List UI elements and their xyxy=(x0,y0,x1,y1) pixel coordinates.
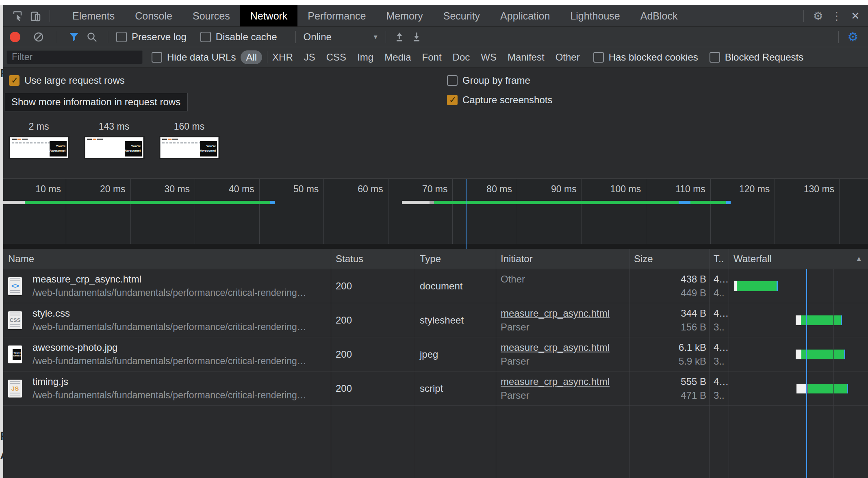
import-har-icon[interactable] xyxy=(393,31,406,43)
type-filter[interactable]: Media xyxy=(384,52,411,63)
column-separator[interactable] xyxy=(415,249,415,269)
request-row[interactable]: <> measure_crp_async.html /web-fundament… xyxy=(0,269,868,303)
type-filter[interactable]: CSS xyxy=(326,52,346,63)
type-filter[interactable]: Img xyxy=(357,52,373,63)
column-separator[interactable] xyxy=(729,249,729,269)
column-header[interactable]: T.. xyxy=(714,249,724,269)
checkbox-box[interactable] xyxy=(447,95,458,105)
panel-tab[interactable]: Performance xyxy=(297,5,376,26)
checkbox-box[interactable] xyxy=(710,52,720,63)
request-row[interactable]: JS timing.js /web-fundamentals/fundament… xyxy=(0,372,868,406)
frame-timestamp: 2 ms xyxy=(6,121,72,132)
type-filter[interactable]: Other xyxy=(556,52,580,63)
checkbox-box[interactable] xyxy=(447,75,458,86)
initiator-source: Parser xyxy=(501,354,610,368)
group-by-frame-checkbox[interactable]: Group by frame xyxy=(447,75,530,86)
timeline-overview[interactable]: 10 ms 20 ms 30 ms 40 ms 50 ms 60 ms xyxy=(0,178,868,244)
type-filter[interactable]: Manifest xyxy=(508,52,545,63)
column-header[interactable]: Size xyxy=(634,249,653,269)
gridline xyxy=(130,179,131,244)
panel-tab[interactable]: Elements xyxy=(62,5,125,26)
throttling-dropdown[interactable]: Online ▼ xyxy=(303,31,378,43)
column-header[interactable]: Name xyxy=(8,249,34,269)
column-header[interactable]: Type xyxy=(420,249,441,269)
initiator-link[interactable]: measure_crp_async.html xyxy=(501,376,610,387)
bar-segment xyxy=(430,201,434,204)
initiator-link[interactable]: measure_crp_async.html xyxy=(501,342,610,353)
panel-tab[interactable]: AdBlock xyxy=(630,5,688,26)
bar-segment xyxy=(847,384,848,393)
panel-tab[interactable]: Lighthouse xyxy=(560,5,630,26)
type-filter[interactable]: Font xyxy=(422,52,442,63)
checkbox-box[interactable] xyxy=(9,75,20,86)
settings-gear-icon[interactable]: ⚙ xyxy=(809,5,827,26)
has-blocked-cookies-checkbox[interactable]: Has blocked cookies xyxy=(593,52,698,63)
panel-tab[interactable]: Console xyxy=(125,5,182,26)
waterfall-cell xyxy=(729,303,868,337)
background-letter: A xyxy=(0,448,3,462)
checkbox-box[interactable] xyxy=(152,52,162,63)
device-toolbar-icon[interactable] xyxy=(27,5,45,26)
filter-funnel-icon[interactable] xyxy=(68,31,80,43)
type-filter-all[interactable]: All xyxy=(241,50,262,64)
frame-timestamp: 143 ms xyxy=(81,121,147,132)
capture-screenshots-checkbox[interactable]: Capture screenshots xyxy=(447,94,552,106)
sort-ascending-icon[interactable]: ▲ xyxy=(855,249,862,269)
initiator-link[interactable]: measure_crp_async.html xyxy=(501,308,610,319)
record-button[interactable] xyxy=(10,32,20,42)
export-har-icon[interactable] xyxy=(410,31,423,43)
checkbox-box[interactable] xyxy=(116,32,127,42)
checkbox-box[interactable] xyxy=(200,32,211,42)
tick-label: 50 ms xyxy=(293,184,319,195)
load-event-marker xyxy=(466,179,467,244)
filmstrip-frame[interactable]: 143 ms You'reAwesome! xyxy=(81,114,147,178)
panel-tab[interactable]: Application xyxy=(490,5,560,26)
filter-input[interactable] xyxy=(7,50,143,64)
waterfall-bar xyxy=(729,281,868,291)
panel-tab[interactable]: Sources xyxy=(182,5,240,26)
gridline xyxy=(323,179,324,244)
close-icon[interactable]: ✕ xyxy=(846,5,865,26)
request-row[interactable]: You're Awesome! awesome-photo.jpg /web-f… xyxy=(0,337,868,372)
column-header[interactable]: Waterfall xyxy=(733,249,772,269)
thumbnail-header-text xyxy=(87,139,103,140)
column-separator[interactable] xyxy=(331,249,331,269)
type-filter[interactable]: JS xyxy=(304,52,315,63)
gridline xyxy=(710,179,711,244)
preserve-log-checkbox[interactable]: Preserve log xyxy=(116,31,187,43)
type-filter[interactable]: XHR xyxy=(272,52,293,63)
column-header[interactable]: Status xyxy=(336,249,363,269)
checkbox-label: Disable cache xyxy=(216,31,277,43)
tick-label: 20 ms xyxy=(100,184,126,195)
divider xyxy=(386,31,386,43)
column-separator[interactable] xyxy=(710,249,710,269)
time-cell: 4… 4.. xyxy=(714,272,730,300)
filmstrip-frame[interactable]: 2 ms You'reAwesome! xyxy=(6,114,72,178)
size-cell: 555 B 471 B xyxy=(629,375,706,402)
type-filter[interactable]: Doc xyxy=(453,52,470,63)
bar-segment xyxy=(690,201,726,204)
column-separator[interactable] xyxy=(496,249,496,269)
inspect-element-icon[interactable] xyxy=(9,5,27,26)
column-header[interactable]: Initiator xyxy=(501,249,533,269)
panel-tab[interactable]: Network xyxy=(240,5,298,26)
column-separator[interactable] xyxy=(629,249,629,269)
background-letter: P xyxy=(0,429,3,443)
search-icon[interactable] xyxy=(86,31,98,43)
hide-data-urls-checkbox[interactable]: Hide data URLs xyxy=(152,52,236,63)
blocked-requests-checkbox[interactable]: Blocked Requests xyxy=(710,52,803,63)
kebab-menu-icon[interactable]: ⋮ xyxy=(827,5,846,26)
network-settings-gear-icon[interactable]: ⚙ xyxy=(844,30,862,44)
filmstrip-frame[interactable]: 160 ms You'reAwesome! xyxy=(156,114,222,178)
panel-tab[interactable]: Security xyxy=(433,5,490,26)
disable-cache-checkbox[interactable]: Disable cache xyxy=(200,31,277,43)
panel-tab[interactable]: Memory xyxy=(376,5,433,26)
checkbox-box[interactable] xyxy=(593,52,604,63)
status-cell: 200 xyxy=(336,303,352,337)
request-path: /web-fundamentals/fundamentals/performan… xyxy=(33,286,306,300)
type-filter[interactable]: WS xyxy=(481,52,497,63)
tick-label: 130 ms xyxy=(804,184,834,195)
use-large-request-rows-checkbox[interactable]: Use large request rows xyxy=(9,75,125,86)
clear-icon[interactable] xyxy=(33,31,45,43)
request-row[interactable]: CSS style.css /web-fundamentals/fundamen… xyxy=(0,303,868,337)
